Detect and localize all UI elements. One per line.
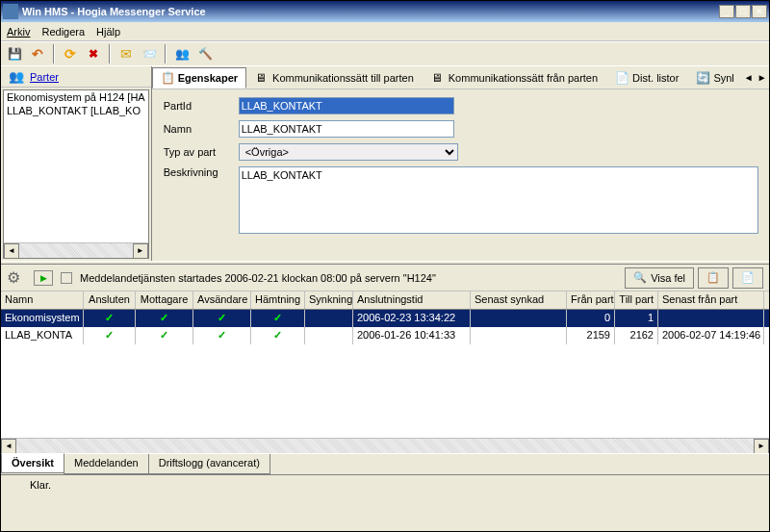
col-till-part[interactable]: Till part (615, 291, 658, 309)
tab-synk[interactable]: Synl (687, 67, 742, 89)
mail-out-icon[interactable] (140, 44, 159, 63)
scrollbar-horizontal[interactable]: ◄ ► (4, 242, 148, 258)
cell (471, 310, 567, 327)
mail-icon[interactable] (116, 44, 136, 63)
check-icon (273, 312, 282, 323)
partid-field[interactable] (239, 97, 454, 114)
cell: LLAB_KONTA (1, 327, 84, 344)
play-button[interactable] (34, 270, 53, 286)
scroll-track[interactable] (16, 439, 754, 453)
namn-label: Namn (164, 123, 239, 135)
grid-scrollbar[interactable]: ◄ ► (1, 438, 769, 453)
cell (84, 327, 136, 344)
parter-icon (9, 69, 24, 85)
maximize-button[interactable]: □ (735, 5, 751, 18)
col-fran-part[interactable]: Från part (567, 291, 615, 309)
typ-select[interactable]: <Övriga> (239, 143, 458, 161)
col-mottagare[interactable]: Mottagare (136, 291, 193, 309)
scroll-left-icon[interactable]: ◄ (1, 439, 16, 454)
scroll-right-icon[interactable]: ► (133, 243, 148, 259)
scroll-right-icon[interactable]: ► (754, 439, 769, 454)
window-title: Win HMS - Hogia Messenger Service (22, 6, 719, 17)
gears-icon (7, 268, 26, 288)
tab-oversikt[interactable]: Översikt (1, 453, 64, 473)
col-anslutningstid[interactable]: Anslutningstid (353, 291, 471, 309)
col-namn[interactable]: Namn (1, 291, 84, 309)
cell (305, 327, 353, 344)
cell (193, 310, 251, 327)
close-button[interactable]: ✕ (752, 5, 767, 18)
tab-egenskaper[interactable]: Egenskaper (152, 67, 246, 89)
tab-driftslogg[interactable]: Driftslogg (avancerat) (148, 454, 270, 474)
properties-form: PartId Namn Typ av part <Övriga> Beskriv… (152, 89, 770, 247)
col-ansluten[interactable]: Ansluten (84, 291, 136, 309)
beskrivning-field[interactable]: LLAB_KONTAKT (239, 166, 758, 234)
button-label: Visa fel (651, 272, 685, 284)
tab-komm-till[interactable]: Kommunikationssätt till parten (246, 67, 423, 89)
comm-icon (431, 71, 445, 85)
tab-meddelanden[interactable]: Meddelanden (64, 454, 149, 474)
scroll-left-icon[interactable]: ◄ (4, 243, 19, 259)
refresh-icon[interactable] (61, 44, 80, 63)
toolbar (1, 41, 769, 66)
check-icon (160, 312, 168, 323)
col-senast-synkad[interactable]: Senast synkad (471, 291, 567, 309)
visa-fel-button[interactable]: Visa fel (625, 267, 694, 289)
clipboard-icon (706, 271, 720, 285)
separator (109, 44, 111, 63)
comm-icon (255, 71, 269, 85)
clipboard-button[interactable] (698, 267, 729, 289)
tab-nav-right-icon[interactable]: ► (757, 72, 768, 84)
titlebar: Win HMS - Hogia Messenger Service _ □ ✕ (1, 1, 769, 22)
namn-field[interactable] (239, 120, 454, 138)
scroll-track[interactable] (19, 243, 133, 258)
list-item[interactable]: Ekonomisystem på H124 [HA (4, 90, 148, 104)
cell (471, 327, 567, 344)
col-senast-fran-part[interactable]: Senast från part (658, 291, 764, 309)
minimize-button[interactable]: _ (719, 5, 734, 18)
cell (251, 310, 305, 327)
cell (136, 310, 193, 327)
tab-label: Dist. listor (632, 72, 679, 84)
people-icon[interactable] (172, 44, 192, 63)
list-item[interactable]: LLAB_KONTAKT [LLAB_KO (4, 104, 148, 117)
menu-hjalp[interactable]: Hjälp (96, 26, 120, 38)
tab-dist[interactable]: Dist. listor (606, 67, 687, 89)
menu-arkiv[interactable]: Arkiv (7, 26, 30, 38)
undo-icon[interactable] (28, 44, 47, 63)
save-icon[interactable] (5, 44, 24, 63)
tab-label: Egenskaper (178, 72, 238, 84)
delete-icon[interactable] (84, 44, 103, 63)
cell: Ekonomisystem (1, 310, 84, 327)
table-row[interactable]: Ekonomisystem2006-02-23 13:34:2201 (1, 310, 769, 327)
table-row[interactable]: LLAB_KONTA2006-01-26 10:41:3321592162200… (1, 327, 769, 344)
col-avsandare[interactable]: Avsändare (193, 291, 251, 309)
grid-header: Namn Ansluten Mottagare Avsändare Hämtni… (1, 291, 769, 310)
separator (53, 44, 55, 63)
check-icon (273, 329, 282, 341)
status-grid[interactable]: Namn Ansluten Mottagare Avsändare Hämtni… (1, 291, 769, 438)
check-icon (218, 312, 226, 323)
bottom-tabbar: Översikt Meddelanden Driftslogg (avancer… (1, 453, 769, 474)
tools-icon[interactable] (195, 44, 215, 63)
detail-tabbar: Egenskaper Kommunikationssätt till parte… (152, 66, 770, 89)
parter-tab[interactable]: Parter (1, 66, 151, 88)
cell (193, 327, 251, 344)
sync-icon (696, 71, 709, 85)
stop-button[interactable] (61, 272, 72, 284)
tab-label: Synl (713, 72, 733, 84)
col-hamtning[interactable]: Hämtning (251, 291, 305, 309)
parter-label[interactable]: Parter (30, 71, 59, 83)
tab-label: Kommunikationssätt från parten (449, 72, 598, 84)
separator (165, 44, 167, 63)
document-icon (741, 271, 755, 285)
tab-komm-fran[interactable]: Kommunikationssätt från parten (423, 67, 606, 89)
parter-list[interactable]: Ekonomisystem på H124 [HA LLAB_KONTAKT [… (3, 89, 149, 259)
cell: 0 (567, 310, 615, 327)
tab-nav-left-icon[interactable]: ◄ (743, 72, 755, 84)
cell (136, 327, 193, 344)
col-synkning[interactable]: Synkning (305, 291, 353, 309)
cell (84, 310, 136, 327)
menu-redigera[interactable]: Redigera (41, 26, 85, 38)
doc-button[interactable] (732, 267, 763, 289)
